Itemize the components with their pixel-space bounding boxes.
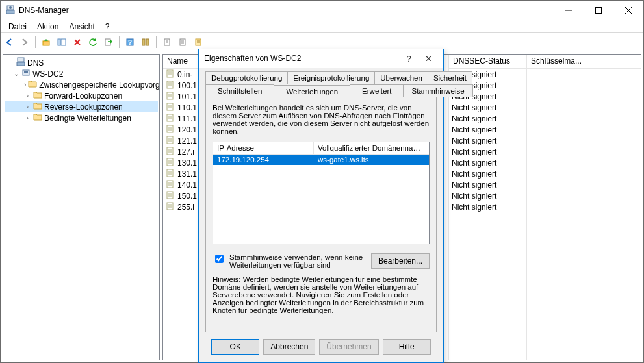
tree-label: Zwischengespeicherte Lookupvorgänge bbox=[39, 81, 160, 90]
expand-icon[interactable]: ⌄ bbox=[12, 70, 19, 77]
forwarders-description: Bei Weiterleitungen handelt es sich um D… bbox=[213, 104, 430, 135]
show-hide-tree-button[interactable] bbox=[55, 35, 69, 49]
edit-button[interactable]: Bearbeiten... bbox=[371, 253, 430, 269]
tree-cached[interactable]: › Zwischengespeicherte Lookupvorgänge bbox=[5, 79, 158, 90]
menu-file[interactable]: Datei bbox=[3, 21, 32, 32]
dialog-close-button[interactable]: ✕ bbox=[419, 54, 438, 64]
tool-button-1[interactable] bbox=[138, 35, 153, 49]
tree-root[interactable]: DNS bbox=[5, 57, 158, 68]
column-header-name[interactable]: Name bbox=[163, 55, 199, 69]
status-cell: Nicht signiert bbox=[449, 146, 526, 157]
zone-icon bbox=[166, 69, 175, 80]
svg-rect-28 bbox=[18, 58, 24, 62]
expand-icon[interactable]: › bbox=[24, 103, 31, 110]
tab-event[interactable]: Ereignisprotokollierung bbox=[287, 71, 375, 84]
dialog-help-button[interactable]: ? bbox=[399, 54, 419, 64]
zone-icon bbox=[166, 201, 175, 212]
refresh-button[interactable] bbox=[86, 35, 100, 49]
tree-revzones[interactable]: › Reverse-Lookupzonen bbox=[5, 101, 158, 112]
tree-fwdzones[interactable]: › Forward-Lookupzonen bbox=[5, 90, 158, 101]
zone-icon bbox=[166, 146, 175, 157]
zone-name: 121.1 bbox=[177, 136, 197, 145]
menu-view[interactable]: Ansicht bbox=[64, 21, 99, 32]
folder-icon bbox=[33, 113, 42, 123]
status-cell: Nicht signiert bbox=[449, 157, 526, 168]
maximize-button[interactable] bbox=[584, 1, 613, 20]
forwarder-row[interactable]: 172.19.120.254 ws-gate1.ws.its bbox=[213, 155, 429, 165]
tree-label: Reverse-Lookupzonen bbox=[44, 103, 123, 112]
column-header-keymaster[interactable]: Schlüsselma... bbox=[527, 55, 641, 69]
delete-button[interactable] bbox=[70, 35, 84, 49]
status-cell: Nicht signiert bbox=[449, 190, 526, 201]
forwarder-fqdn: ws-gate1.ws.its bbox=[314, 155, 373, 165]
svg-rect-16 bbox=[146, 39, 149, 45]
svg-rect-4 bbox=[596, 8, 602, 14]
use-root-hints-checkbox[interactable] bbox=[215, 255, 224, 263]
svg-rect-15 bbox=[142, 39, 145, 45]
tree-cond[interactable]: › Bedingte Weiterleitungen bbox=[5, 112, 158, 123]
close-button[interactable] bbox=[613, 1, 643, 20]
svg-rect-27 bbox=[17, 62, 25, 66]
tree-pane[interactable]: DNS ⌄ WS-DC2 › Zwischengespeicherte Look… bbox=[3, 54, 160, 360]
tool-button-2[interactable] bbox=[160, 35, 174, 49]
folder-icon bbox=[28, 80, 37, 90]
folder-icon bbox=[33, 102, 42, 112]
zone-name: 120.1 bbox=[177, 125, 197, 134]
zone-name: 130.1 bbox=[177, 158, 197, 168]
dialog-title: Eigenschaften von WS-DC2 bbox=[204, 54, 399, 63]
dns-root-icon bbox=[16, 57, 25, 68]
tab-forwarders[interactable]: Weiterleitungen bbox=[274, 85, 350, 98]
zone-name: 110.1 bbox=[177, 103, 197, 112]
column-header-fqdn[interactable]: Vollqualifizierter Domänenname f... bbox=[314, 142, 429, 154]
zone-icon bbox=[166, 190, 175, 201]
help-button[interactable]: ? bbox=[123, 35, 137, 49]
export-button[interactable] bbox=[101, 35, 116, 49]
zone-name: 150.1 bbox=[177, 192, 197, 201]
tree-server-label: WS-DC2 bbox=[32, 69, 63, 79]
forwarder-ip: 172.19.120.254 bbox=[213, 155, 314, 165]
expand-icon[interactable]: › bbox=[24, 114, 31, 121]
tool-button-4[interactable] bbox=[191, 35, 205, 49]
back-button[interactable] bbox=[2, 35, 16, 49]
status-cell: Nicht signiert bbox=[449, 124, 526, 135]
forwarders-list[interactable]: IP-Adresse Vollqualifizierter Domänennam… bbox=[213, 142, 430, 244]
tab-advanced[interactable]: Erweitert bbox=[350, 84, 404, 97]
zone-icon bbox=[166, 80, 175, 91]
status-cell: Nicht signiert bbox=[449, 179, 526, 190]
minimize-button[interactable] bbox=[554, 1, 584, 20]
help-button[interactable]: Hilfe bbox=[383, 339, 431, 355]
zone-name: 140.1 bbox=[177, 181, 197, 190]
zone-icon bbox=[166, 102, 175, 113]
svg-rect-8 bbox=[58, 39, 60, 45]
tab-debug[interactable]: Debugprotokollierung bbox=[205, 71, 288, 84]
tree-label: Forward-Lookupzonen bbox=[44, 92, 122, 101]
expand-icon[interactable]: › bbox=[24, 81, 26, 88]
tree-server[interactable]: ⌄ WS-DC2 bbox=[5, 68, 158, 79]
use-root-hints-label[interactable]: Stammhinweise verwenden, wenn keine Weit… bbox=[229, 253, 367, 269]
zone-icon bbox=[166, 179, 175, 190]
tree-root-label: DNS bbox=[27, 58, 44, 68]
expand-icon[interactable]: › bbox=[24, 92, 31, 99]
ok-button[interactable]: OK bbox=[211, 339, 259, 355]
tab-security[interactable]: Sicherheit bbox=[428, 71, 472, 84]
cancel-button[interactable]: Abbrechen bbox=[263, 339, 315, 355]
column-header-dnssec[interactable]: DNSSEC-Status bbox=[449, 55, 526, 69]
forward-button[interactable] bbox=[18, 35, 32, 49]
dialog-title-bar[interactable]: Eigenschaften von WS-DC2 ? ✕ bbox=[199, 49, 443, 68]
menu-help[interactable]: ? bbox=[100, 21, 115, 32]
tool-button-3[interactable] bbox=[175, 35, 190, 49]
up-button[interactable] bbox=[39, 35, 53, 49]
column-header-ip[interactable]: IP-Adresse bbox=[213, 142, 314, 154]
app-icon bbox=[6, 5, 15, 16]
svg-rect-7 bbox=[43, 41, 49, 45]
tab-roothints[interactable]: Stammhinweise bbox=[403, 84, 472, 97]
tab-monitor[interactable]: Überwachen bbox=[374, 71, 428, 84]
status-cell: Nicht signiert bbox=[449, 102, 526, 113]
svg-rect-30 bbox=[24, 71, 28, 73]
status-cell: Nicht signiert bbox=[449, 135, 526, 146]
tab-interfaces[interactable]: Schnittstellen bbox=[205, 84, 274, 97]
status-cell: Nicht signiert bbox=[449, 168, 526, 179]
zone-icon bbox=[166, 168, 175, 179]
menu-action[interactable]: Aktion bbox=[32, 21, 64, 32]
zone-name: 0.in- bbox=[177, 70, 192, 79]
